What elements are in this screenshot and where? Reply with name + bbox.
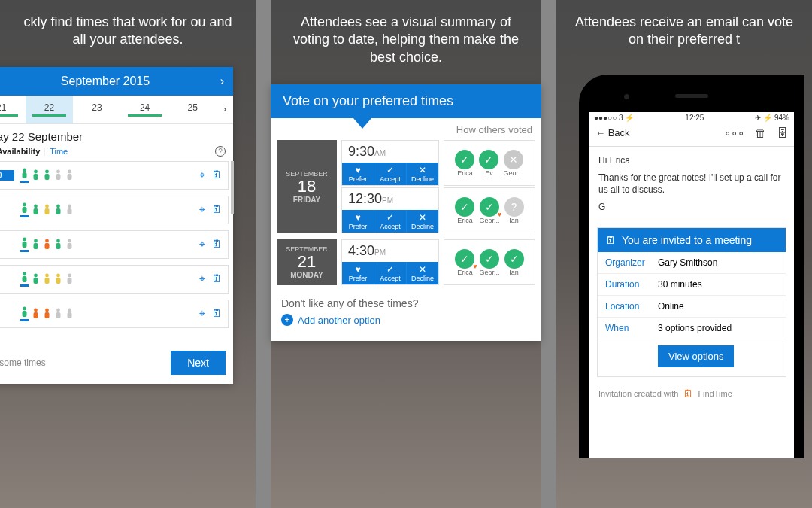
prefer-button[interactable]: ♥Prefer [342,210,374,233]
vote-row: SEPTEMBER18FRIDAY9:30AM ♥Prefer ✓Accept … [277,140,535,233]
svg-rect-31 [23,276,27,282]
prefer-button[interactable]: ♥Prefer [342,262,374,284]
attendee-icons [14,237,199,252]
person-icon [43,169,51,181]
location-icon[interactable]: ⌖ [199,238,205,251]
decline-button[interactable]: ✕Decline [407,210,438,233]
attendee-icons [14,202,199,217]
invite-field-value: Online [650,296,786,318]
findtime-logo-icon: 🗓 [683,388,693,400]
person-icon [54,273,62,285]
prefer-button[interactable]: ♥Prefer [342,163,374,185]
calendar-icon[interactable]: 🗓 [211,238,222,251]
scrollbar[interactable] [231,161,234,214]
next-button[interactable]: Next [171,351,226,375]
findtime-footer: Invitation created with 🗓 FindTime [589,383,794,409]
findtime-prefix: Invitation created with [598,389,678,398]
voter-name: Geor... [503,169,523,177]
day-cell[interactable]: 23 [73,96,121,123]
back-button[interactable]: ← Back [595,127,630,138]
sort-time[interactable]: Time [50,147,68,156]
accept-button[interactable]: ✓Accept [374,210,407,233]
invite-field-label: Duration [598,274,650,296]
svg-rect-45 [45,312,50,318]
voter-name: Ian [509,269,519,276]
location-icon[interactable]: ⌖ [199,272,205,285]
decline-button[interactable]: ✕Decline [407,262,438,284]
svg-point-0 [23,168,26,172]
day-cell[interactable]: 24 [121,96,169,123]
person-icon [32,308,40,320]
voter-name: Ian [509,217,519,224]
person-icon [43,308,51,320]
voter: ✓Geor... [479,249,499,276]
time-slot[interactable]: 15⌖🗓 [0,300,229,328]
accept-button[interactable]: ✓Accept [374,262,407,284]
trash-icon[interactable]: 🗑 [755,126,766,140]
svg-point-46 [56,308,60,312]
time-slot[interactable]: 30⌖🗓 [0,196,229,224]
add-another-option[interactable]: + Add another option [271,311,541,332]
availability-bar [80,114,114,117]
time-slot[interactable]: 2:30⌖🗓 [0,161,229,190]
vote-header: Vote on your preferred times [271,84,541,118]
svg-point-20 [23,237,26,241]
archive-icon[interactable]: 🗄 [777,126,788,140]
time-slot[interactable]: 30⌖🗓 [0,265,229,294]
help-icon[interactable]: ? [215,146,226,157]
plus-icon: + [281,314,293,326]
person-icon [32,204,40,216]
sort-availability[interactable]: Availability [0,147,40,156]
chevron-right-icon[interactable]: › [220,75,224,88]
vote-status-icon: ✓ [480,197,499,217]
accept-button[interactable]: ✓Accept [374,163,407,185]
time-option[interactable]: 4:30PM ♥Prefer ✓Accept ✕Decline [341,239,439,285]
calendar-icon[interactable]: 🗓 [211,169,222,181]
day-cell[interactable]: 21 [0,96,26,123]
day-cell[interactable]: 25 [168,96,217,123]
svg-rect-13 [34,208,38,214]
svg-point-48 [68,308,71,312]
person-icon [54,239,62,251]
location-icon[interactable]: ⌖ [199,203,205,216]
day-number: 24 [140,102,150,113]
voter-name: Erica [457,269,473,276]
time-slot[interactable]: 00⌖🗓 [0,230,229,259]
voter: ✓Erica [455,197,474,224]
month-header[interactable]: September 2015 › [0,67,233,96]
voter-group: ✓Erica✓Ev✕Geor... [444,140,535,186]
svg-rect-35 [45,278,50,284]
svg-point-38 [68,273,71,277]
location-icon[interactable]: ⌖ [199,307,205,320]
organizer-marker [20,319,29,321]
day-number: 18 [277,178,337,196]
status-time: 12:25 [685,114,704,122]
time-option[interactable]: 9:30AM ♥Prefer ✓Accept ✕Decline [341,140,439,186]
time-col: 9:30AM ♥Prefer ✓Accept ✕Decline 12:30PM … [341,140,439,233]
day-cell[interactable]: 22 [26,96,74,123]
footer-row: ect some times Next [0,343,233,384]
svg-rect-19 [68,208,72,214]
svg-point-28 [68,239,71,242]
calendar-icon[interactable]: 🗓 [211,272,222,285]
location-icon[interactable]: ⌖ [199,169,205,181]
time-value: 9:30AM [342,141,438,163]
days-next-icon[interactable]: › [217,96,233,123]
svg-rect-37 [56,278,61,284]
voter-name: Erica [457,217,473,224]
view-options-button[interactable]: View options [658,345,734,367]
availability-bar [32,114,66,117]
calendar-icon[interactable]: 🗓 [211,203,222,216]
svg-point-12 [34,204,38,208]
time-option[interactable]: 12:30PM ♥Prefer ✓Accept ✕Decline [341,187,439,233]
voter: ✓Ian [504,249,524,276]
more-icon[interactable]: ∘∘∘ [724,126,744,140]
availability-bar [128,114,162,117]
decline-button[interactable]: ✕Decline [407,163,438,185]
svg-rect-29 [68,243,72,249]
svg-point-34 [45,273,49,277]
invite-field-value: 3 options provided [650,318,786,339]
dont-like-text: Don't like any of these times? [271,291,541,311]
time-col: 4:30PM ♥Prefer ✓Accept ✕Decline [341,239,439,285]
calendar-icon[interactable]: 🗓 [211,307,222,320]
